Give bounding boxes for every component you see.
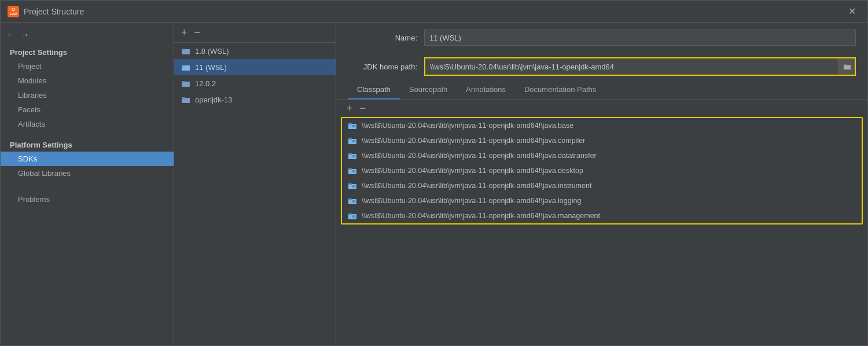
svg-rect-3 <box>182 65 185 67</box>
classpath-panel: + − \\wsl$\Ubuntu-20.04\usr\lib\jvm\java… <box>336 100 867 345</box>
svg-rect-24 <box>352 185 355 187</box>
sidebar-item-modules[interactable]: Modules <box>1 73 174 88</box>
sidebar-item-artifacts[interactable]: Artifacts <box>1 117 174 131</box>
jar-icon-1 <box>348 136 357 145</box>
app-icon: IJEAP <box>8 6 19 17</box>
add-sdk-button[interactable]: + <box>180 27 189 38</box>
sidebar-item-sdks[interactable]: SDKs <box>1 152 174 166</box>
svg-rect-18 <box>352 155 355 157</box>
jdk-row: JDK home path: <box>336 53 867 80</box>
svg-rect-21 <box>352 170 355 172</box>
sidebar-item-libraries[interactable]: Libraries <box>1 88 174 102</box>
project-settings-header: Project Settings <box>1 45 174 59</box>
classpath-item-5[interactable]: \\wsl$\Ubuntu-20.04\usr\lib\jvm\java-11-… <box>342 193 862 208</box>
classpath-item-6[interactable]: \\wsl$\Ubuntu-20.04\usr\lib\jvm\java-11-… <box>342 208 862 223</box>
jar-icon-6 <box>348 211 357 220</box>
sdk-list-panel: + − 1.8 (WSL) 11 <box>174 23 336 345</box>
svg-rect-23 <box>348 183 352 185</box>
folder-icon-openjdk13 <box>181 95 190 104</box>
classpath-list: \\wsl$\Ubuntu-20.04\usr\lib\jvm\java-11-… <box>342 118 862 223</box>
jar-icon-3 <box>348 166 357 175</box>
svg-rect-1 <box>182 49 185 50</box>
sidebar-item-problems[interactable]: Problems <box>1 192 174 207</box>
tab-sourcepath[interactable]: Sourcepath <box>400 80 457 100</box>
jar-icon-0 <box>348 121 357 130</box>
sidebar-item-project[interactable]: Project <box>1 59 174 73</box>
classpath-item-0[interactable]: \\wsl$\Ubuntu-20.04\usr\lib\jvm\java-11-… <box>342 118 862 133</box>
svg-rect-17 <box>348 153 352 155</box>
sdk-item-18wsl[interactable]: 1.8 (WSL) <box>174 43 336 59</box>
project-structure-window: IJEAP Project Structure ✕ ← → Project Se… <box>0 0 868 346</box>
classpath-toolbar: + − <box>336 100 867 117</box>
sdk-item-11wsl[interactable]: 11 (WSL) <box>174 59 336 75</box>
sdk-toolbar: + − <box>174 23 336 43</box>
close-button[interactable]: ✕ <box>844 3 860 19</box>
tabs-row: Classpath Sourcepath Annotations Documen… <box>336 80 867 100</box>
sidebar-nav: ← → <box>1 27 174 45</box>
spacer <box>1 131 174 137</box>
folder-icon-1202 <box>181 79 190 88</box>
sidebar: ← → Project Settings Project Modules Lib… <box>1 23 174 345</box>
name-label: Name: <box>348 34 417 42</box>
folder-icon <box>181 46 190 56</box>
jdk-path-input[interactable] <box>425 58 838 75</box>
svg-rect-7 <box>182 97 185 99</box>
svg-rect-14 <box>348 138 352 140</box>
back-button[interactable]: ← <box>6 30 16 40</box>
svg-rect-5 <box>182 81 185 83</box>
sidebar-item-global-libraries[interactable]: Global Libraries <box>1 166 174 181</box>
classpath-item-3[interactable]: \\wsl$\Ubuntu-20.04\usr\lib\jvm\java-11-… <box>342 163 862 178</box>
sdk-item-openjdk13[interactable]: openjdk-13 <box>174 91 336 108</box>
svg-rect-27 <box>352 200 355 203</box>
add-classpath-button[interactable]: + <box>345 103 354 113</box>
sdk-item-1202[interactable]: 12.0.2 <box>174 75 336 91</box>
svg-rect-9 <box>843 65 846 67</box>
jar-icon-4 <box>348 181 357 190</box>
platform-settings-header: Platform Settings <box>1 137 174 152</box>
svg-rect-29 <box>348 214 352 215</box>
svg-rect-15 <box>352 140 355 142</box>
jar-icon-5 <box>348 196 357 205</box>
classpath-highlight-container: \\wsl$\Ubuntu-20.04\usr\lib\jvm\java-11-… <box>341 117 863 224</box>
tab-classpath[interactable]: Classpath <box>348 80 400 100</box>
jdk-input-container <box>424 57 856 76</box>
svg-rect-11 <box>348 123 352 125</box>
main-content: ← → Project Settings Project Modules Lib… <box>1 23 867 345</box>
classpath-item-2[interactable]: \\wsl$\Ubuntu-20.04\usr\lib\jvm\java-11-… <box>342 148 862 163</box>
window-title: Project Structure <box>24 7 844 16</box>
sidebar-item-facets[interactable]: Facets <box>1 102 174 117</box>
sdk-list: 1.8 (WSL) 11 (WSL) 12.0.2 <box>174 43 336 345</box>
remove-classpath-button[interactable]: − <box>359 103 367 113</box>
classpath-item-4[interactable]: \\wsl$\Ubuntu-20.04\usr\lib\jvm\java-11-… <box>342 178 862 193</box>
svg-rect-20 <box>348 168 352 170</box>
main-panel: Name: JDK home path: Cla <box>336 23 867 345</box>
folder-browse-icon <box>843 62 851 71</box>
name-row: Name: <box>336 23 867 53</box>
svg-rect-26 <box>348 198 352 200</box>
jdk-browse-button[interactable] <box>838 58 855 75</box>
remove-sdk-button[interactable]: − <box>193 27 202 38</box>
forward-button[interactable]: → <box>20 30 30 40</box>
jar-icon-2 <box>348 151 357 160</box>
tab-annotations[interactable]: Annotations <box>457 80 515 100</box>
name-input[interactable] <box>424 30 856 46</box>
title-bar: IJEAP Project Structure ✕ <box>1 1 867 23</box>
jdk-label: JDK home path: <box>348 62 417 71</box>
spacer3 <box>1 186 174 192</box>
folder-icon-selected <box>181 62 190 72</box>
classpath-item-1[interactable]: \\wsl$\Ubuntu-20.04\usr\lib\jvm\java-11-… <box>342 133 862 148</box>
spacer2 <box>1 181 174 186</box>
svg-rect-12 <box>352 125 355 127</box>
tab-documentation-paths[interactable]: Documentation Paths <box>515 80 605 100</box>
svg-rect-30 <box>352 215 355 218</box>
